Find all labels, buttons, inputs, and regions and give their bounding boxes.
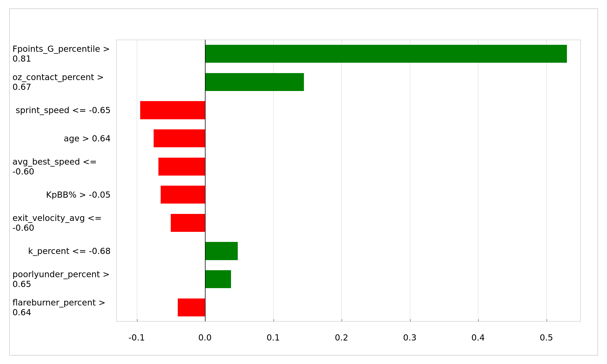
grid-line <box>410 40 410 321</box>
y-axis-labels: Fpoints_G_percentile > 0.81oz_contact_pe… <box>13 40 114 321</box>
bar-0 <box>205 45 567 63</box>
y-label-2: sprint_speed <= -0.65 <box>13 96 114 124</box>
chart-container: Fpoints_G_percentile > 0.81oz_contact_pe… <box>9 8 598 356</box>
x-tick-label: 0.2 <box>335 333 348 342</box>
bar-3 <box>154 129 205 147</box>
x-tick-label: 0.3 <box>403 333 417 342</box>
bar-6 <box>171 214 205 232</box>
y-label-4: avg_best_speed <= -0.60 <box>13 152 114 181</box>
chart-canvas <box>116 40 581 321</box>
x-tick-label: 0.4 <box>471 333 485 342</box>
chart-area: Fpoints_G_percentile > 0.81oz_contact_pe… <box>116 40 581 321</box>
x-tick-label: 0.5 <box>540 333 553 342</box>
grid-line <box>546 40 547 321</box>
x-axis <box>116 321 581 349</box>
bar-7 <box>205 242 238 260</box>
y-label-0: Fpoints_G_percentile > 0.81 <box>13 40 114 68</box>
bar-8 <box>205 270 231 288</box>
grid-line <box>478 40 478 321</box>
y-label-7: k_percent <= -0.68 <box>13 237 114 265</box>
grid-line <box>137 40 137 321</box>
x-tick-label: -0.1 <box>128 333 145 342</box>
zero-line <box>205 40 206 321</box>
bar-9 <box>178 298 205 316</box>
y-label-3: age > 0.64 <box>13 124 114 153</box>
x-tick-label: 0.0 <box>198 333 212 342</box>
y-label-9: flareburner_percent > 0.64 <box>13 293 114 321</box>
bar-1 <box>205 73 304 91</box>
bar-5 <box>161 186 205 204</box>
y-label-6: exit_velocity_avg <= -0.60 <box>13 209 114 237</box>
y-label-5: KpBB% > -0.05 <box>13 181 114 209</box>
y-label-1: oz_contact_percent > 0.67 <box>13 68 114 96</box>
y-label-8: poorlyunder_percent > 0.65 <box>13 265 114 293</box>
chart-title <box>10 9 597 17</box>
x-tick-label: 0.1 <box>267 333 280 342</box>
grid-line <box>341 40 342 321</box>
bar-4 <box>158 158 205 176</box>
bar-2 <box>140 101 205 119</box>
